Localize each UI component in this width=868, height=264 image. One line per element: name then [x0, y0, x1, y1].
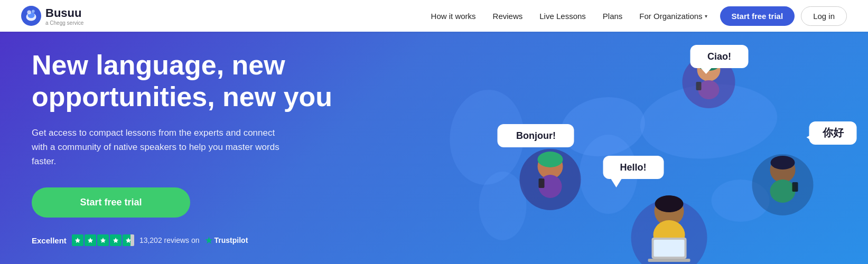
svg-rect-37	[648, 259, 690, 262]
svg-point-28	[771, 156, 795, 169]
chevron-down-icon: ▾	[705, 13, 707, 19]
trustpilot-logo: ★ Trustpilot	[205, 235, 248, 246]
star-1	[72, 234, 83, 246]
logo-name: Busuu	[45, 6, 83, 20]
busuu-logo-icon	[21, 6, 41, 26]
navbar: Busuu a Chegg service How it works Revie…	[0, 0, 868, 32]
nav-login-button[interactable]: Log in	[801, 6, 847, 26]
svg-text:Hello!: Hello!	[620, 162, 646, 173]
svg-point-23	[538, 152, 563, 167]
svg-text:Ciao!: Ciao!	[707, 51, 731, 62]
hero-title: New language, new opportunities, new you	[32, 50, 338, 113]
star-2	[85, 234, 96, 246]
svg-rect-36	[654, 240, 685, 257]
hero-subtitle: Get access to compact lessons from the e…	[32, 126, 285, 169]
svg-rect-25	[539, 178, 545, 188]
svg-point-29	[770, 180, 796, 203]
trustpilot-star-icon: ★	[205, 235, 212, 246]
star-4	[110, 234, 122, 246]
nav-start-trial-button[interactable]: Start free trial	[720, 6, 795, 26]
svg-point-33	[655, 195, 684, 212]
hero-content: New language, new opportunities, new you…	[0, 32, 370, 264]
logo[interactable]: Busuu a Chegg service	[21, 6, 83, 26]
world-map-svg: Ciao! Bonjour! Hello! 你好	[370, 32, 868, 264]
nav-links: How it works Reviews Live Lessons Plans …	[431, 12, 707, 21]
nav-for-organizations[interactable]: For Organizations ▾	[639, 12, 707, 21]
svg-point-4	[32, 10, 35, 13]
svg-text:Bonjour!: Bonjour!	[516, 130, 556, 141]
svg-rect-20	[696, 82, 702, 90]
hero-illustration: Ciao! Bonjour! Hello! 你好	[370, 32, 868, 264]
svg-marker-9	[126, 238, 131, 243]
svg-marker-5	[75, 238, 80, 243]
hero-start-trial-button[interactable]: Start free trial	[32, 187, 190, 218]
svg-marker-7	[100, 238, 106, 243]
logo-sub: a Chegg service	[45, 20, 83, 26]
star-5-half	[123, 234, 134, 246]
star-3	[97, 234, 109, 246]
trustpilot-row: Excellent 13,202 reviews on	[32, 234, 338, 246]
nav-live-lessons[interactable]: Live Lessons	[539, 12, 586, 21]
nav-plans[interactable]: Plans	[603, 12, 623, 21]
trustpilot-excellent: Excellent	[32, 236, 67, 245]
svg-marker-8	[113, 238, 118, 243]
trustpilot-stars	[72, 234, 134, 246]
nav-how-it-works[interactable]: How it works	[431, 12, 476, 21]
trustpilot-reviews: 13,202 reviews on	[139, 236, 200, 244]
svg-rect-30	[792, 182, 798, 192]
svg-point-15	[479, 172, 527, 240]
svg-point-3	[27, 11, 31, 15]
svg-text:你好: 你好	[822, 127, 844, 138]
hero-section: New language, new opportunities, new you…	[0, 32, 868, 264]
svg-marker-6	[88, 238, 93, 243]
trustpilot-platform: Trustpilot	[214, 236, 248, 244]
nav-reviews[interactable]: Reviews	[493, 12, 523, 21]
